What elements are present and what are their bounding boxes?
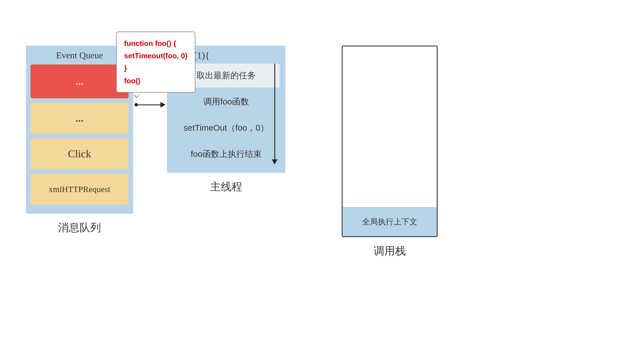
arrow-head bbox=[160, 102, 166, 108]
task-item-3: setTimeOut（foo，0） bbox=[173, 116, 280, 140]
code-line1: function foo() { bbox=[124, 37, 188, 50]
task-item-2: 调用foo函数 bbox=[173, 90, 280, 114]
diagram-inner: function foo() { setTimeout(foo, 0) } fo… bbox=[26, 29, 618, 310]
code-line2: setTimeout(foo, 0) bbox=[124, 50, 188, 62]
thread-arrow-head bbox=[272, 159, 277, 164]
code-line4: foo() bbox=[124, 75, 188, 87]
layout-row: Event Queue ... ... Click xmlHTTPRequest… bbox=[26, 46, 438, 258]
diagram-container: function foo() { setTimeout(foo, 0) } fo… bbox=[0, 0, 644, 339]
main-thread-col-label: 主线程 bbox=[210, 180, 242, 194]
code-text-line3: } bbox=[124, 64, 127, 72]
thread-arrow-line bbox=[274, 64, 275, 159]
call-stack-panel: 全局执行上下文 bbox=[342, 46, 438, 237]
code-text-line4: foo() bbox=[124, 77, 140, 85]
event-queue-col-label: 消息队列 bbox=[58, 220, 101, 235]
queue-item-red: ... bbox=[30, 64, 129, 98]
code-text-line2: setTimeout(foo, 0) bbox=[124, 52, 188, 60]
thread-vertical-arrow bbox=[272, 64, 277, 164]
task-item-4: foo函数上执行结束 bbox=[173, 142, 280, 166]
call-stack-item: 全局执行上下文 bbox=[343, 207, 437, 236]
code-text-line1: function foo() { bbox=[124, 39, 176, 48]
queue-item-xml: xmlHTTPRequest bbox=[30, 174, 129, 205]
code-bubble: function foo() { setTimeout(foo, 0) } fo… bbox=[116, 32, 195, 93]
event-queue-label: Event Queue bbox=[30, 50, 129, 61]
arrow-dot bbox=[134, 103, 138, 106]
code-line3: } bbox=[124, 62, 188, 74]
arrow-line bbox=[138, 104, 160, 105]
call-stack-col-label: 调用栈 bbox=[374, 244, 406, 258]
horizontal-arrow bbox=[134, 102, 166, 108]
call-stack-column: 全局执行上下文 调用栈 bbox=[342, 46, 438, 258]
queue-item-click: Click bbox=[30, 138, 129, 169]
queue-item-yellow1: ... bbox=[30, 103, 129, 134]
